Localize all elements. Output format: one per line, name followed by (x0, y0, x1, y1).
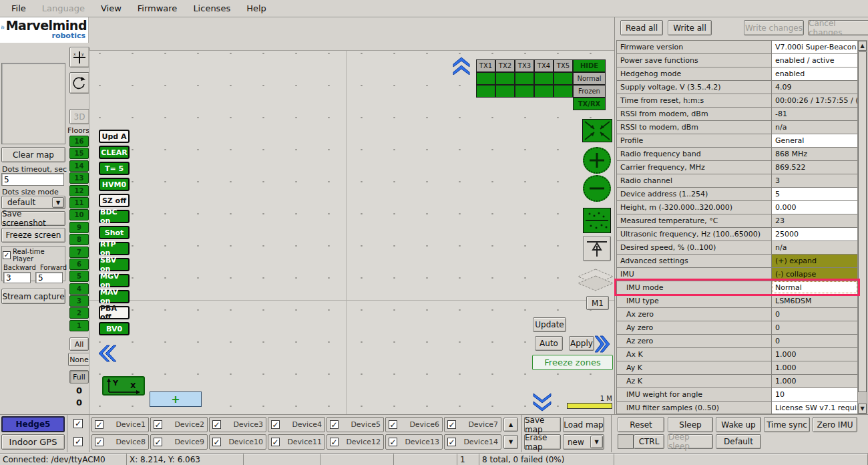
floor-button-5[interactable]: 5 (69, 271, 89, 282)
tx-frozen-button[interactable]: Frozen (573, 85, 606, 98)
cancel-changes-button[interactable]: Cancel changes (808, 20, 868, 35)
map-quick-button-mgv-on[interactable]: MGV on (99, 274, 130, 287)
param-value[interactable]: 25000 (772, 227, 858, 241)
param-value[interactable]: Normal (772, 281, 858, 294)
floor-button-9[interactable]: 9 (69, 222, 89, 233)
ctrl-checkbox[interactable] (618, 434, 634, 449)
tx-column-tx3[interactable]: TX3 (515, 59, 534, 72)
device-checkbox[interactable] (95, 420, 103, 429)
default-button[interactable]: Default (716, 434, 761, 449)
tx-normal-button[interactable]: Normal (573, 72, 606, 85)
map-quick-button-pba-off[interactable]: PBA off (99, 306, 130, 319)
map-quick-button-bdc-on[interactable]: BDC on (99, 210, 130, 223)
realtime-player-checkbox[interactable] (3, 251, 11, 259)
param-value[interactable]: n/a (772, 241, 858, 254)
read-all-button[interactable]: Read all (620, 20, 663, 35)
map-quick-button-t-5[interactable]: T= 5 (99, 162, 130, 175)
tx-hide-button[interactable]: HIDE (573, 59, 606, 72)
floor-button-11[interactable]: 11 (69, 197, 89, 208)
map-quick-button-rtp-on[interactable]: RTP on (99, 242, 130, 255)
device-checkbox[interactable] (212, 420, 221, 429)
ctrl-button[interactable]: CTRL (634, 434, 664, 449)
tx-status-cell[interactable] (495, 85, 515, 98)
chevron-down-icon[interactable]: ▼ (52, 197, 64, 208)
map-quick-button-upd-a[interactable]: Upd A (99, 130, 130, 143)
devices-scroll-up-icon[interactable]: ▲ (503, 418, 518, 432)
device-checkbox[interactable] (212, 438, 221, 446)
dots-timeout-input[interactable] (1, 173, 64, 186)
device-checkbox[interactable] (389, 420, 397, 429)
deep-sleep-button[interactable]: Deep sleep (668, 434, 713, 449)
backward-input[interactable] (3, 272, 31, 283)
param-value[interactable]: 0 (772, 307, 858, 321)
map-select[interactable]: new ▼ (563, 434, 604, 450)
zoom-in-icon[interactable] (583, 147, 611, 174)
hedge-button[interactable]: Hedge5 (1, 416, 65, 432)
param-value[interactable]: (-) collapse (772, 267, 858, 281)
tx-status-cell[interactable] (554, 72, 573, 85)
collapse-down-icon[interactable] (531, 392, 553, 412)
floor-button-8[interactable]: 8 (69, 234, 89, 245)
save-map-button[interactable]: Save map (524, 417, 561, 432)
device-cell-device7[interactable]: Device7 (444, 417, 501, 432)
collapse-up-icon[interactable] (452, 56, 471, 75)
param-value[interactable]: -81 (772, 107, 858, 120)
rotate-view-icon[interactable] (69, 72, 89, 94)
scrollbar-thumb[interactable] (858, 51, 867, 392)
menu-item-language[interactable]: Language (35, 1, 92, 15)
menu-item-file[interactable]: File (4, 1, 33, 15)
forward-input[interactable] (35, 272, 63, 283)
device-checkbox[interactable] (154, 438, 162, 446)
floor-button-4[interactable]: 4 (69, 283, 89, 295)
tx-status-cell[interactable] (534, 85, 554, 98)
menu-item-help[interactable]: Help (239, 1, 274, 15)
device-checkbox[interactable] (447, 438, 456, 446)
device-cell-device1[interactable]: Device1 (91, 417, 149, 432)
device-checkbox[interactable] (271, 438, 280, 446)
device-cell-device2[interactable]: Device2 (150, 417, 208, 432)
device-cell-device9[interactable]: Device9 (150, 434, 208, 450)
param-value[interactable]: 1.000 (772, 374, 858, 388)
param-value[interactable]: 10 (772, 388, 858, 401)
tx-column-tx2[interactable]: TX2 (495, 59, 515, 72)
param-value[interactable]: 4.09 (772, 80, 858, 94)
zoom-out-icon[interactable] (583, 175, 611, 202)
floor-button-15[interactable]: 15 (69, 148, 89, 159)
write-all-button[interactable]: Write all (668, 20, 712, 35)
device-checkbox[interactable] (330, 438, 339, 446)
device-cell-device14[interactable]: Device14 (444, 434, 501, 450)
param-value[interactable]: 5 (772, 187, 858, 200)
menu-item-view[interactable]: View (93, 1, 129, 15)
floors-none-button[interactable]: None (68, 353, 90, 366)
param-value[interactable]: enabled / active (772, 53, 858, 67)
param-value[interactable]: License SW v7.1 requir (772, 401, 858, 414)
device-cell-device5[interactable]: Device5 (327, 417, 384, 432)
prev-left-icon[interactable] (96, 343, 119, 363)
tx-status-cell[interactable] (495, 72, 515, 85)
scroll-up-icon[interactable]: ▲ (858, 41, 867, 51)
update-button[interactable]: Update (533, 317, 566, 332)
move-up-icon[interactable] (583, 236, 611, 261)
layers-icon[interactable] (577, 268, 614, 296)
sleep-button[interactable]: Sleep (668, 417, 713, 432)
param-value[interactable]: 00:00:26 / 17:57:55 / ( (772, 94, 858, 107)
floors-all-button[interactable]: All (69, 337, 89, 351)
floor-button-7[interactable]: 7 (69, 247, 89, 258)
devices-scroll-down-icon[interactable]: ▼ (503, 435, 518, 449)
floor-button-3[interactable]: 3 (69, 295, 89, 307)
next-right-icon[interactable] (595, 335, 614, 353)
map-quick-button-bv0[interactable]: BV0 (99, 322, 130, 335)
tx-txrx-button[interactable]: TX/RX (573, 98, 606, 110)
chevron-down-icon[interactable]: ▼ (590, 436, 603, 448)
device-cell-device4[interactable]: Device4 (268, 417, 325, 432)
tx-column-tx5[interactable]: TX5 (554, 59, 573, 72)
apply-button[interactable]: Apply (569, 336, 594, 351)
map-quick-button-sz-off[interactable]: SZ off (99, 194, 130, 207)
param-value[interactable]: 1.000 (772, 361, 858, 374)
indoor-gps-checkbox[interactable] (73, 437, 83, 446)
device-checkbox[interactable] (154, 420, 162, 429)
tx-status-cell[interactable] (476, 85, 495, 98)
floor-button-13[interactable]: 13 (69, 172, 89, 184)
tx-status-cell[interactable] (476, 72, 495, 85)
floor-button-1[interactable]: 1 (69, 320, 89, 331)
